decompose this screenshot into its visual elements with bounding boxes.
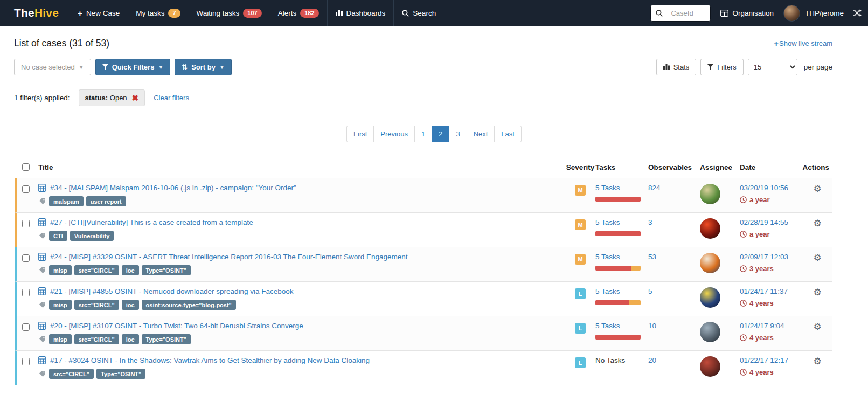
shuffle-icon[interactable] [852,9,862,17]
page-last[interactable]: Last [494,126,522,142]
severity-badge: M [575,219,586,230]
tasks-link[interactable]: 5 Tasks [595,253,620,261]
nav-alerts[interactable]: Alerts 182 [270,0,328,26]
observables-link[interactable]: 10 [648,322,656,330]
caseid-search-button[interactable] [651,5,667,21]
tag[interactable]: Type="OSINT" [142,265,191,275]
tasks-link[interactable]: No Tasks [595,356,625,364]
tag[interactable]: misp [49,265,72,275]
case-table-icon [38,287,46,295]
page-first[interactable]: First [346,126,374,142]
tag-list: mispsrc="CIRCL"iocosint:source-type="blo… [49,300,236,310]
actions-gear-icon[interactable]: ⚙ [813,288,821,310]
nav-organisation[interactable]: Organisation [719,9,775,17]
tag[interactable]: Type="OSINT" [96,369,145,379]
tag[interactable]: CTI [49,231,67,241]
per-page-select[interactable]: 15 [748,59,797,75]
case-date-link[interactable]: 02/28/19 14:55 [740,218,788,226]
quick-filters-dropdown[interactable]: Quick Filters ▼ [95,59,171,75]
tag[interactable]: misp [49,300,72,310]
case-title-link[interactable]: #21 - [MISP] #4855 OSINT - Nemucod downl… [50,287,294,295]
tag[interactable]: malspam [49,196,84,206]
tag[interactable]: ioc [122,334,139,344]
tag-list: mispsrc="CIRCL"iocType="OSINT" [49,265,191,275]
tag[interactable]: osint:source-type="blog-post" [142,300,236,310]
row-checkbox[interactable] [22,220,30,227]
case-date-link[interactable]: 02/09/17 12:03 [740,253,788,261]
tag[interactable]: Type="OSINT" [142,334,191,344]
filters-button[interactable]: Filters [700,59,743,75]
row-checkbox[interactable] [22,323,30,331]
actions-gear-icon[interactable]: ⚙ [813,357,821,379]
tag[interactable]: Vulnerability [70,231,114,241]
case-title-link[interactable]: #17 - #3024 OSINT - In the Shadows: Vawt… [50,356,370,364]
assignee-avatar[interactable] [700,287,720,308]
sort-by-dropdown[interactable]: ⇅ Sort by ▼ [175,59,232,75]
assignee-avatar[interactable] [700,356,720,377]
observables-link[interactable]: 3 [648,218,652,226]
clear-filters-link[interactable]: Clear filters [154,94,189,102]
nav-search[interactable]: Search [394,0,444,26]
case-date-link[interactable]: 03/20/19 10:56 [740,184,788,192]
tasks-link[interactable]: 5 Tasks [595,218,620,226]
tag[interactable]: user report [86,196,126,206]
remove-filter-icon[interactable]: ✖ [132,94,139,102]
case-date-link[interactable]: 01/24/17 11:37 [740,287,788,295]
case-date-link[interactable]: 01/24/17 9:04 [740,322,784,330]
row-checkbox[interactable] [22,289,30,296]
row-checkbox[interactable] [22,254,30,262]
case-title-link[interactable]: #20 - [MISP] #3107 OSINT - Turbo Twist: … [50,322,303,330]
app-logo[interactable]: TheHive [0,0,70,26]
tag[interactable]: src="CIRCL" [49,369,94,379]
tag[interactable]: src="CIRCL" [74,300,119,310]
actions-gear-icon[interactable]: ⚙ [813,184,821,206]
nav-my-tasks[interactable]: My tasks 7 [128,0,188,26]
case-selected-dropdown[interactable]: No case selected ▼ [14,59,91,75]
assignee-avatar[interactable] [700,322,720,342]
caseid-search-input[interactable] [667,5,710,21]
tasks-link[interactable]: 5 Tasks [595,322,620,330]
nav-dashboards[interactable]: Dashboards [328,0,394,26]
page-next[interactable]: Next [467,126,495,142]
logo-the: The [14,6,34,19]
tag[interactable]: src="CIRCL" [74,265,119,275]
case-title-link[interactable]: #27 - [CTI][Vulnerability] This is a cas… [50,218,253,226]
page-2-active[interactable]: 2 [432,126,449,142]
observables-link[interactable]: 53 [648,253,656,261]
row-checkbox[interactable] [22,185,30,193]
tag[interactable]: ioc [122,265,139,275]
actions-gear-icon[interactable]: ⚙ [813,322,821,344]
funnel-icon [102,64,108,70]
tag-list: CTIVulnerability [49,231,114,241]
stats-button[interactable]: Stats [656,59,697,75]
case-title-link[interactable]: #34 - [MALSPAM] Malspam 2016-10-06 (.js … [50,184,296,192]
assignee-avatar[interactable] [700,184,720,204]
nav-waiting-tasks[interactable]: Waiting tasks 107 [189,0,270,26]
row-checkbox[interactable] [22,358,30,365]
assignee-avatar[interactable] [700,253,720,273]
nav-new-case[interactable]: + New Case [70,0,128,26]
case-table-icon [38,322,46,330]
show-live-stream-link[interactable]: + Show live stream [774,39,832,48]
tag[interactable]: ioc [122,300,139,310]
page-previous[interactable]: Previous [373,126,415,142]
observables-link[interactable]: 5 [648,287,652,295]
chevron-down-icon: ▼ [79,64,84,70]
page-3[interactable]: 3 [449,126,467,142]
select-all-checkbox[interactable] [22,163,30,171]
tasks-link[interactable]: 5 Tasks [595,184,620,192]
user-menu[interactable]: THP/jerome [783,5,844,22]
filter-chip-status: status: Open ✖ [79,89,145,106]
actions-gear-icon[interactable]: ⚙ [813,253,821,275]
assignee-avatar[interactable] [700,218,720,239]
tag[interactable]: misp [49,334,72,344]
observables-link[interactable]: 20 [648,356,656,364]
tag[interactable]: src="CIRCL" [74,334,119,344]
tasks-link[interactable]: 5 Tasks [595,287,620,295]
case-title-link[interactable]: #24 - [MISP] #3329 OSINT - ASERT Threat … [50,253,408,261]
pagination: First Previous 1 2 3 Next Last [0,126,868,142]
page-1[interactable]: 1 [414,126,432,142]
actions-gear-icon[interactable]: ⚙ [813,219,821,241]
observables-link[interactable]: 824 [648,184,661,192]
case-date-link[interactable]: 01/22/17 12:17 [740,356,788,364]
